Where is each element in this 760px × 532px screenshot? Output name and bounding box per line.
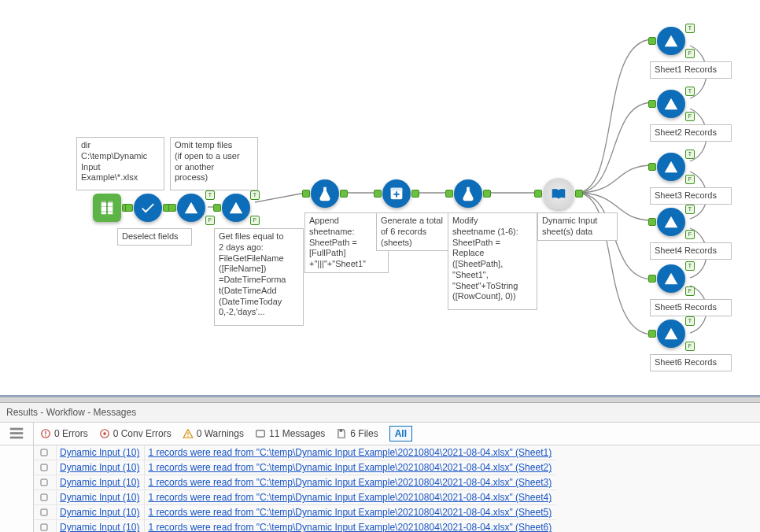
row-type-icon [34,445,57,460]
results-row[interactable]: Dynamic Input (10)1 records were read fr… [34,460,556,475]
annotation-dir-input: dir C:\temp\Dynamic Input Example\*.xlsx [76,137,164,190]
file-result-icon [39,478,49,487]
results-toolbar: 0 Errors 0 Conv Errors 0 Warnings 11 Mes… [0,422,760,445]
tool-dynamic-input[interactable] [543,178,574,209]
svg-rect-16 [41,509,47,515]
row-tool[interactable]: Dynamic Input (10) [57,505,145,520]
conv-error-icon [99,428,110,439]
filter-warnings[interactable]: 0 Warnings [183,428,244,439]
warning-icon [183,428,194,439]
tool-formula-modify[interactable] [454,179,482,208]
tool-filter-sheet2[interactable]: TF [657,90,685,118]
tool-filter-days[interactable]: T F [222,194,250,222]
annotation-sheet-records-6: Sheet6 Records [650,354,732,371]
filter-errors[interactable]: 0 Errors [40,428,88,439]
row-tool[interactable]: Dynamic Input (10) [57,475,145,490]
results-header: Results - Workflow - Messages [0,403,760,422]
flask-icon [459,185,477,202]
row-tool[interactable]: Dynamic Input (10) [57,460,145,475]
tool-filter-sheet6[interactable]: TF [657,320,685,348]
results-mode-icon[interactable] [0,423,34,445]
pane-splitter[interactable] [0,397,760,402]
results-pane: Results - Workflow - Messages 0 Errors 0… [0,402,760,532]
triangle-icon [662,32,680,50]
error-icon [40,428,51,439]
workflow-canvas[interactable]: dir C:\temp\Dynamic Input Example\*.xlsx… [0,0,760,397]
annotation-sheet-records-4: Sheet4 Records [650,242,732,260]
svg-point-8 [103,432,106,435]
row-message[interactable]: 1 records were read from "C:\temp\Dynami… [145,475,556,490]
open-book-icon [550,185,567,202]
file-result-icon [39,493,49,502]
row-message[interactable]: 1 records were read from "C:\temp\Dynami… [145,460,556,475]
results-row[interactable]: Dynamic Input (10)1 records were read fr… [34,505,556,520]
svg-rect-3 [10,432,24,434]
tool-filter-temp[interactable]: T F [177,194,205,222]
generate-rows-icon [388,185,405,202]
tool-filter-sheet5[interactable]: TF [657,264,685,293]
filter-messages-label: 11 Messages [269,428,325,439]
tool-filter-sheet1[interactable]: TF [657,27,685,55]
results-table: Dynamic Input (10)1 records were read fr… [34,445,556,532]
svg-rect-11 [340,430,343,432]
filter-errors-label: 0 Errors [54,428,88,439]
svg-rect-1 [391,188,403,191]
annotation-modify-sheet: Modify sheetname (1-6): SheetPath = Repl… [448,212,537,310]
row-type-icon [34,460,57,475]
file-result-icon [39,508,49,517]
filter-all[interactable]: All [389,426,412,441]
alteryx-designer: dir C:\temp\Dynamic Input Example\*.xlsx… [0,0,760,532]
row-type-icon [34,520,57,533]
svg-rect-2 [10,428,24,430]
results-row[interactable]: Dynamic Input (10)1 records were read fr… [34,490,556,505]
svg-rect-14 [41,479,47,486]
annotation-sheet-records-2: Sheet2 Records [650,124,732,142]
svg-rect-10 [256,430,265,437]
results-gutter [0,445,34,532]
check-icon [139,199,157,216]
triangle-icon [183,199,200,216]
message-icon [255,428,266,439]
filter-messages[interactable]: 11 Messages [255,428,325,439]
row-type-icon [34,490,57,505]
row-tool[interactable]: Dynamic Input (10) [57,520,145,533]
svg-rect-17 [41,524,47,530]
triangle-icon [662,213,680,231]
results-row[interactable]: Dynamic Input (10)1 records were read fr… [34,475,556,490]
tool-formula-append[interactable] [311,179,339,208]
filter-all-label: All [395,428,407,439]
triangle-icon [662,95,680,113]
row-message[interactable]: 1 records were read from "C:\temp\Dynami… [145,445,556,460]
filter-conv-errors-label: 0 Conv Errors [113,428,172,439]
results-row[interactable]: Dynamic Input (10)1 records were read fr… [34,520,556,533]
svg-rect-4 [10,437,24,439]
svg-point-6 [45,435,46,436]
row-type-icon [34,505,57,520]
annotation-dynamic-input: Dynamic Input sheet(s) data [537,212,618,241]
tool-filter-sheet4[interactable]: TF [657,208,685,236]
tool-generate-rows[interactable] [382,179,411,208]
annotation-sheet-records-1: Sheet1 Records [650,61,732,79]
list-icon [8,425,25,442]
row-message[interactable]: 1 records were read from "C:\temp\Dynami… [145,505,556,520]
tool-filter-sheet3[interactable]: TF [657,153,685,181]
triangle-icon [227,199,245,216]
filter-conv-errors[interactable]: 0 Conv Errors [99,428,172,439]
filter-files[interactable]: 6 Files [336,428,378,439]
results-row[interactable]: Dynamic Input (10)1 records were read fr… [34,445,556,460]
row-message[interactable]: 1 records were read from "C:\temp\Dynami… [145,490,556,505]
filter-warnings-label: 0 Warnings [197,428,244,439]
annotation-get-files: Get files equal to 2 days ago: FileGetFi… [214,228,304,326]
svg-rect-12 [41,449,47,456]
row-message[interactable]: 1 records were read from "C:\temp\Dynami… [145,520,556,533]
tool-directory[interactable] [93,194,121,222]
tool-select[interactable] [134,194,162,222]
row-type-icon [34,475,57,490]
annotation-sheet-records-3: Sheet3 Records [650,187,732,205]
svg-point-9 [187,436,188,437]
save-icon [336,428,347,439]
file-result-icon [39,523,49,532]
annotation-deselect: Deselect fields [117,228,192,246]
row-tool[interactable]: Dynamic Input (10) [57,445,145,460]
row-tool[interactable]: Dynamic Input (10) [57,490,145,505]
